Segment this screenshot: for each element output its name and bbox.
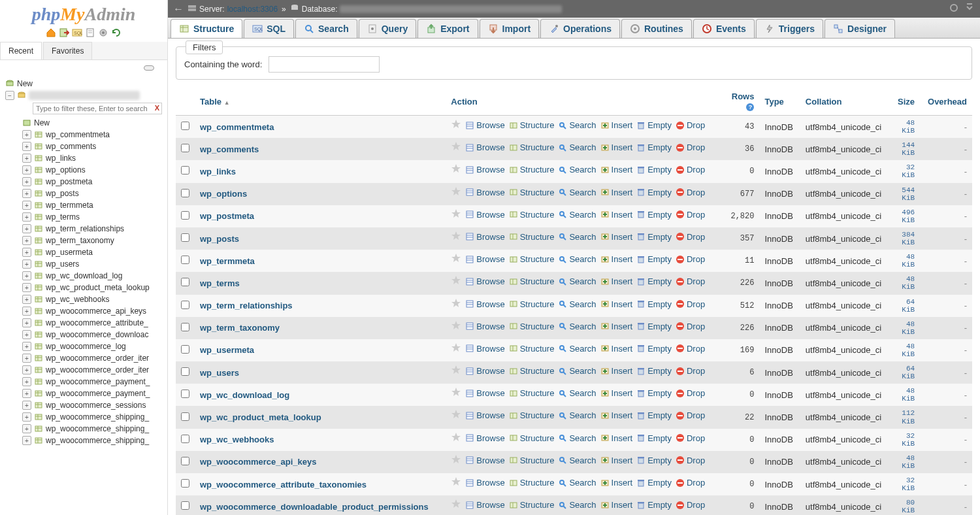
browse-action[interactable]: Browse xyxy=(465,276,504,286)
favorite-star-icon[interactable] xyxy=(451,119,461,131)
empty-action[interactable]: Empty xyxy=(636,410,672,420)
expand-icon[interactable]: + xyxy=(22,424,31,433)
favorite-star-icon[interactable] xyxy=(451,275,461,288)
expand-icon[interactable]: + xyxy=(22,354,31,363)
expand-icon[interactable]: + xyxy=(22,377,31,386)
empty-action[interactable]: Empty xyxy=(636,456,672,465)
favorite-star-icon[interactable] xyxy=(451,476,461,489)
expand-icon[interactable]: + xyxy=(22,389,31,398)
tree-table-item[interactable]: +wp_term_relationships xyxy=(0,223,167,235)
tree-table-item[interactable]: +wp_users xyxy=(0,258,167,270)
expand-icon[interactable]: + xyxy=(22,130,31,139)
col-type[interactable]: Type xyxy=(759,88,800,116)
favorite-star-icon[interactable] xyxy=(451,432,461,444)
structure-action[interactable]: Structure xyxy=(509,433,555,443)
search-action[interactable]: Search xyxy=(558,276,596,286)
tree-db-selected[interactable]: − xyxy=(0,90,167,101)
tab-operations[interactable]: Operations xyxy=(540,19,620,38)
browse-action[interactable]: Browse xyxy=(465,120,504,130)
row-checkbox[interactable] xyxy=(181,301,189,309)
favorite-star-icon[interactable] xyxy=(451,163,461,176)
structure-action[interactable]: Structure xyxy=(509,165,555,174)
tree-table-item[interactable]: +wp_woocommerce_payment_ xyxy=(0,388,167,399)
structure-action[interactable]: Structure xyxy=(509,500,555,510)
tree-table-item[interactable]: +wp_wc_product_meta_lookup xyxy=(0,282,167,293)
tree-new-table[interactable]: New xyxy=(0,117,167,129)
row-checkbox[interactable] xyxy=(181,144,189,152)
row-checkbox[interactable] xyxy=(181,166,189,174)
browse-action[interactable]: Browse xyxy=(465,142,504,152)
insert-action[interactable]: Insert xyxy=(600,322,633,331)
insert-action[interactable]: Insert xyxy=(600,366,633,376)
tree-new-root[interactable]: New xyxy=(0,78,167,90)
structure-action[interactable]: Structure xyxy=(509,410,555,420)
search-action[interactable]: Search xyxy=(558,254,596,264)
insert-action[interactable]: Insert xyxy=(600,165,633,174)
drop-action[interactable]: Drop xyxy=(676,232,705,242)
browse-action[interactable]: Browse xyxy=(465,210,504,220)
browse-action[interactable]: Browse xyxy=(465,344,504,354)
tree-table-item[interactable]: +wp_comments xyxy=(0,141,167,152)
empty-action[interactable]: Empty xyxy=(636,366,672,376)
search-action[interactable]: Search xyxy=(558,210,596,220)
search-action[interactable]: Search xyxy=(558,120,596,130)
search-action[interactable]: Search xyxy=(558,366,596,376)
row-checkbox[interactable] xyxy=(181,501,189,510)
tab-routines[interactable]: Routines xyxy=(621,19,692,38)
drop-action[interactable]: Drop xyxy=(676,322,705,331)
drop-action[interactable]: Drop xyxy=(676,433,705,443)
search-action[interactable]: Search xyxy=(558,142,596,152)
drop-action[interactable]: Drop xyxy=(676,478,705,488)
expand-icon[interactable]: + xyxy=(22,318,31,327)
empty-action[interactable]: Empty xyxy=(636,299,672,309)
empty-action[interactable]: Empty xyxy=(636,478,672,488)
empty-action[interactable]: Empty xyxy=(636,232,672,242)
link-icon[interactable] xyxy=(144,65,154,71)
table-name-link[interactable]: wp_options xyxy=(200,189,247,199)
tree-filter-clear-icon[interactable]: X xyxy=(155,104,159,112)
row-checkbox[interactable] xyxy=(181,412,189,421)
browse-action[interactable]: Browse xyxy=(465,232,504,242)
row-checkbox[interactable] xyxy=(181,390,189,398)
browse-action[interactable]: Browse xyxy=(465,433,504,443)
favorite-star-icon[interactable] xyxy=(451,499,461,511)
table-name-link[interactable]: wp_usermeta xyxy=(200,345,254,355)
tab-query[interactable]: Query xyxy=(359,19,416,38)
col-rows[interactable]: Rows? xyxy=(724,88,760,116)
browse-action[interactable]: Browse xyxy=(465,388,504,398)
drop-action[interactable]: Drop xyxy=(676,344,705,354)
insert-action[interactable]: Insert xyxy=(600,120,633,130)
table-name-link[interactable]: wp_wc_webhooks xyxy=(200,435,274,444)
sidebar-tab-favorites[interactable]: Favorites xyxy=(43,42,92,59)
search-action[interactable]: Search xyxy=(558,188,596,197)
favorite-star-icon[interactable] xyxy=(451,231,461,243)
info-icon[interactable]: ? xyxy=(746,103,754,111)
expand-icon[interactable]: + xyxy=(22,330,31,339)
favorite-star-icon[interactable] xyxy=(451,365,461,377)
table-name-link[interactable]: wp_terms xyxy=(200,278,240,288)
table-name-link[interactable]: wp_wc_download_log xyxy=(200,390,289,400)
insert-action[interactable]: Insert xyxy=(600,276,633,286)
search-action[interactable]: Search xyxy=(558,410,596,420)
row-checkbox[interactable] xyxy=(181,323,189,331)
row-checkbox[interactable] xyxy=(181,211,189,220)
search-action[interactable]: Search xyxy=(558,344,596,354)
tree-table-item[interactable]: +wp_terms xyxy=(0,211,167,223)
structure-action[interactable]: Structure xyxy=(509,142,555,152)
col-overhead[interactable]: Overhead xyxy=(920,88,972,116)
empty-action[interactable]: Empty xyxy=(636,210,672,220)
tree-table-item[interactable]: +wp_woocommerce_log xyxy=(0,341,167,352)
tree-table-item[interactable]: +wp_woocommerce_shipping_ xyxy=(0,435,167,446)
favorite-star-icon[interactable] xyxy=(451,253,461,265)
expand-icon[interactable]: + xyxy=(22,154,31,163)
row-checkbox[interactable] xyxy=(181,435,189,443)
structure-action[interactable]: Structure xyxy=(509,322,555,331)
expand-icon[interactable]: + xyxy=(22,307,31,316)
row-checkbox[interactable] xyxy=(181,457,189,465)
expand-icon[interactable]: + xyxy=(22,283,31,292)
drop-action[interactable]: Drop xyxy=(676,410,705,420)
back-icon[interactable]: ← xyxy=(173,3,184,15)
table-name-link[interactable]: wp_links xyxy=(200,167,236,176)
row-checkbox[interactable] xyxy=(181,189,189,197)
insert-action[interactable]: Insert xyxy=(600,188,633,197)
